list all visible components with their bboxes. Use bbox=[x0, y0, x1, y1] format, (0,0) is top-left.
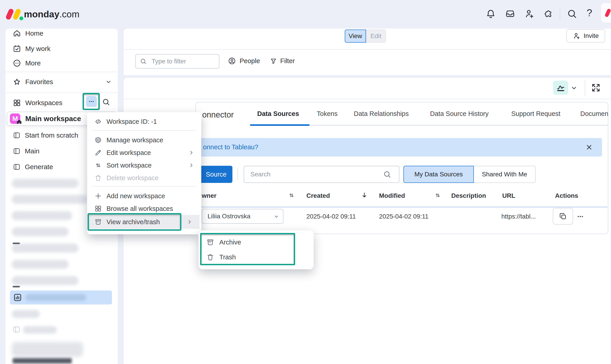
ellipsis-icon bbox=[88, 98, 95, 105]
menu-label: Add new workspace bbox=[106, 192, 165, 200]
favorites-star-icon bbox=[13, 78, 21, 86]
created-sort-desc-icon[interactable] bbox=[360, 191, 368, 199]
view-toggle-label: View bbox=[349, 32, 362, 40]
source-search-input[interactable] bbox=[244, 166, 399, 183]
shared-with-me-toggle[interactable]: Shared With Me bbox=[473, 166, 536, 183]
view-toggle-button[interactable]: View bbox=[345, 29, 366, 43]
home-label: Home bbox=[25, 29, 43, 37]
redacted-board-item[interactable] bbox=[23, 326, 57, 334]
redacted-board-item[interactable] bbox=[12, 179, 79, 188]
col-created: Created bbox=[306, 192, 330, 199]
redacted-board-item[interactable] bbox=[12, 227, 69, 236]
people-filter-button[interactable]: People bbox=[228, 57, 260, 65]
filter-search-box bbox=[135, 54, 219, 69]
tab-data-relationships[interactable]: Data Relationships bbox=[354, 110, 409, 117]
controls-divider bbox=[237, 169, 238, 180]
redacted-board-item[interactable] bbox=[12, 211, 72, 220]
inbox-icon[interactable] bbox=[505, 9, 515, 19]
owner-sort-icon[interactable] bbox=[288, 192, 295, 199]
invite-label: Invite bbox=[584, 32, 599, 39]
banner-link-fragment[interactable]: onnect to Tableau? bbox=[203, 143, 258, 151]
tab-data-source-history[interactable]: Data Source History bbox=[430, 110, 489, 117]
filter-button[interactable]: Filter bbox=[270, 57, 295, 65]
invite-members-icon[interactable] bbox=[524, 9, 535, 19]
menu-label: Browse all workspaces bbox=[106, 205, 173, 212]
workspaces-label: Workspaces bbox=[25, 99, 63, 107]
menu-item-sort-workspace[interactable]: Sort workspace bbox=[87, 159, 201, 171]
my-work-label: My work bbox=[25, 45, 51, 52]
menu-label: Workspace ID: -1 bbox=[106, 118, 157, 125]
my-data-sources-toggle[interactable]: My Data Sources bbox=[403, 166, 474, 183]
archive-trash-submenu: Archive Trash bbox=[199, 231, 314, 269]
tab-support-request[interactable]: Support Request bbox=[511, 110, 560, 117]
submenu-item-trash[interactable]: Trash bbox=[203, 251, 302, 263]
owner-dropdown[interactable]: Liliia Ostrovska bbox=[202, 209, 283, 224]
submenu-chevron-right-icon bbox=[188, 162, 195, 169]
redacted-board-item[interactable] bbox=[12, 342, 83, 357]
tab-data-sources[interactable]: Data Sources bbox=[257, 110, 299, 117]
sidebar-item-more[interactable]: More bbox=[13, 58, 41, 68]
banner-close-icon[interactable] bbox=[585, 143, 593, 151]
redacted-dark-text bbox=[13, 358, 72, 364]
tab-tokens[interactable]: Tokens bbox=[317, 110, 338, 117]
gear-icon bbox=[94, 136, 102, 144]
widget-title-fragment: onnector bbox=[202, 110, 234, 119]
row-actions-menu-icon[interactable] bbox=[576, 212, 584, 221]
sidebar-board-main[interactable]: Main bbox=[13, 146, 40, 156]
trash-icon bbox=[206, 253, 214, 261]
redacted-dash bbox=[13, 243, 20, 244]
shared-with-me-label: Shared With Me bbox=[482, 171, 527, 178]
sidebar-item-my-work[interactable]: My work bbox=[13, 44, 51, 54]
workspace-search-icon[interactable] bbox=[102, 98, 110, 106]
expand-fullscreen-icon[interactable] bbox=[591, 83, 601, 93]
type-to-filter-input[interactable] bbox=[135, 54, 219, 69]
workspaces-grid-icon bbox=[13, 99, 21, 107]
sidebar-board-start-from-scratch[interactable]: Start from scratch bbox=[13, 130, 78, 140]
redacted-board-item[interactable] bbox=[12, 276, 79, 285]
menu-item-workspace-id[interactable]: Workspace ID: -1 bbox=[87, 116, 201, 127]
redacted-board-item[interactable] bbox=[12, 244, 79, 253]
owner-chevron-down-icon bbox=[273, 214, 279, 220]
trash-icon bbox=[94, 174, 102, 182]
apps-marketplace-icon[interactable] bbox=[544, 9, 554, 19]
global-search-icon[interactable] bbox=[567, 9, 577, 19]
menu-item-view-archive-trash[interactable]: View archive/trash bbox=[88, 215, 199, 229]
workspace-menu-button[interactable] bbox=[86, 96, 97, 107]
sidebar-item-home[interactable]: Home bbox=[13, 28, 43, 38]
created-value: 2025-04-02 09:11 bbox=[306, 213, 356, 220]
current-workspace-name: Main workspace bbox=[25, 115, 81, 123]
tab-bar: Data Sources Tokens Data Relationships D… bbox=[248, 106, 608, 125]
sidebar-item-favorites[interactable]: Favorites bbox=[13, 77, 112, 87]
col-owner: wner bbox=[202, 192, 216, 199]
menu-item-edit-workspace[interactable]: Edit workspace bbox=[87, 147, 201, 158]
my-work-calendar-icon bbox=[13, 44, 21, 53]
menu-item-browse-all-workspaces[interactable]: Browse all workspaces bbox=[87, 203, 201, 214]
submenu-item-archive[interactable]: Archive bbox=[203, 236, 302, 248]
active-tab-underline bbox=[250, 124, 310, 126]
redacted-board-item[interactable] bbox=[12, 310, 40, 318]
redacted-board-item[interactable] bbox=[12, 260, 69, 269]
notifications-bell-icon[interactable] bbox=[486, 9, 496, 19]
sidebar-board-generate[interactable]: Generate bbox=[13, 162, 53, 172]
invite-button[interactable]: Invite bbox=[566, 29, 605, 43]
menu-label: View archive/trash bbox=[106, 218, 160, 226]
help-icon[interactable]: ? bbox=[587, 7, 592, 18]
sidebar-selected-item[interactable] bbox=[10, 290, 112, 304]
redacted-board-item[interactable] bbox=[12, 195, 88, 204]
menu-item-manage-workspace[interactable]: Manage workspace bbox=[87, 134, 201, 146]
edit-toggle-button[interactable]: Edit bbox=[366, 29, 386, 43]
favorites-chevron-icon[interactable] bbox=[105, 78, 112, 85]
copy-url-button[interactable] bbox=[553, 208, 573, 225]
redacted-selected-label bbox=[26, 294, 86, 301]
sidebar-item-workspaces[interactable]: Workspaces bbox=[13, 98, 63, 108]
widget-type-chevron-icon[interactable] bbox=[570, 84, 578, 91]
monday-app: monday.com ? View Edit Invite People Fil… bbox=[0, 0, 611, 364]
widget-type-button[interactable] bbox=[553, 81, 568, 95]
more-circle-icon bbox=[13, 59, 21, 67]
tab-documentation[interactable]: Documen bbox=[580, 110, 608, 117]
plus-icon bbox=[94, 192, 102, 200]
menu-item-add-new-workspace[interactable]: Add new workspace bbox=[87, 190, 201, 202]
edit-toggle-label: Edit bbox=[371, 32, 381, 40]
product-switcher[interactable] bbox=[601, 3, 611, 23]
modified-sort-icon[interactable] bbox=[434, 192, 441, 199]
